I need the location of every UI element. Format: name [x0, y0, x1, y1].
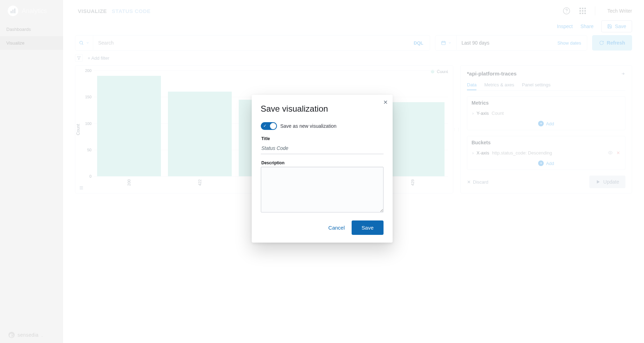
delete-icon[interactable]: ✕ — [616, 150, 620, 156]
add-metric-button[interactable]: + Add — [472, 118, 621, 126]
brand-logo-icon — [8, 6, 18, 16]
cancel-button[interactable]: Cancel — [328, 225, 345, 231]
filter-menu-icon[interactable] — [75, 54, 83, 62]
chart-ylabel: Count — [76, 124, 81, 135]
chevron-down-icon — [448, 41, 452, 45]
svg-marker-11 — [77, 57, 81, 60]
chevron-right-icon: › — [472, 111, 474, 116]
add-metric-label: Add — [546, 121, 554, 126]
help-icon[interactable] — [563, 7, 570, 15]
calendar-icon — [441, 40, 446, 45]
header: VISUALIZE STATUS CODE Tech Writer — [63, 0, 644, 15]
xtick: 429 — [411, 147, 415, 218]
save-as-new-row: ✓ Save as new visualization — [261, 122, 384, 130]
check-icon: ✓ — [263, 124, 266, 128]
svg-rect-7 — [441, 41, 445, 45]
save-visualization-modal: ✕ Save visualization ✓ Save as new visua… — [252, 95, 393, 243]
chart-menu-icon[interactable] — [79, 185, 84, 190]
search-options-icon — [79, 40, 84, 45]
search-group: DQL — [75, 35, 430, 51]
close-icon: ✕ — [467, 179, 471, 185]
breadcrumb: VISUALIZE STATUS CODE — [78, 8, 151, 14]
sidebar: Analytics Dashboards Visualize ◐ sensedi… — [0, 0, 63, 343]
chevron-down-icon — [86, 41, 89, 45]
tab-metrics-axes[interactable]: Metrics & axes — [484, 80, 514, 90]
apps-grid-icon[interactable] — [579, 7, 587, 15]
title-input[interactable] — [261, 143, 384, 154]
xaxis-label: X-axis — [476, 150, 489, 156]
config-panel: *api-platform-traces Data Metrics & axes… — [460, 65, 632, 193]
search-options-button[interactable] — [75, 35, 93, 50]
footer-brand-label: sensedia — [18, 332, 39, 338]
xtick: 422 — [198, 147, 202, 218]
filter-row: + Add filter — [63, 51, 644, 63]
svg-rect-2 — [14, 8, 15, 13]
play-icon — [596, 179, 601, 184]
query-bar: DQL Last 90 days Show dates Refresh — [63, 35, 644, 51]
collapse-icon[interactable] — [621, 71, 625, 76]
title-field-label: Title — [262, 136, 384, 141]
date-group: Last 90 days Show dates — [435, 35, 587, 51]
breadcrumb-level1[interactable]: VISUALIZE — [78, 8, 107, 14]
date-picker-button[interactable] — [441, 35, 457, 50]
config-tabs: Data Metrics & axes Panel settings — [467, 80, 625, 91]
footer-brand: ◐ sensedia. — [8, 332, 43, 338]
save-button[interactable]: Save — [601, 20, 632, 32]
add-bucket-label: Add — [546, 161, 554, 166]
save-button-label: Save — [615, 24, 626, 29]
description-input[interactable] — [261, 167, 384, 212]
chevron-right-icon: › — [472, 150, 474, 156]
svg-point-16 — [610, 152, 611, 153]
modal-actions: Cancel Save — [261, 220, 384, 235]
refresh-button[interactable]: Refresh — [592, 35, 632, 51]
svg-rect-1 — [13, 9, 14, 13]
divider — [595, 6, 595, 15]
visibility-icon[interactable] — [608, 150, 613, 156]
date-range-label[interactable]: Last 90 days — [462, 40, 489, 46]
svg-rect-0 — [11, 11, 12, 13]
update-button[interactable]: Update — [589, 176, 625, 188]
dql-toggle[interactable]: DQL — [407, 40, 429, 46]
discard-button[interactable]: ✕ Discard — [467, 179, 488, 185]
buckets-heading: Buckets — [472, 140, 621, 145]
action-row: Inspect Share Save — [63, 15, 644, 35]
description-field-label: Description — [262, 160, 384, 165]
confirm-save-button[interactable]: Save — [352, 220, 383, 235]
xaxis-row[interactable]: › X-axis http.status_code: Descending ✕ — [472, 148, 621, 158]
save-icon — [607, 24, 612, 29]
sensedia-logo-icon: ◐ — [8, 332, 15, 338]
sidebar-item-dashboards[interactable]: Dashboards — [0, 22, 63, 36]
svg-point-4 — [567, 12, 567, 13]
tab-data[interactable]: Data — [467, 80, 476, 90]
header-right: Tech Writer — [563, 6, 632, 15]
save-as-new-toggle[interactable]: ✓ — [261, 122, 277, 130]
save-as-new-label: Save as new visualization — [280, 123, 337, 129]
inspect-button[interactable]: Inspect — [557, 24, 573, 29]
refresh-icon — [599, 40, 604, 45]
add-filter-button[interactable]: + Add filter — [88, 55, 109, 61]
breadcrumb-level2: STATUS CODE — [112, 8, 151, 14]
plus-icon: + — [538, 160, 544, 166]
yaxis-row[interactable]: › Y-axis Count — [472, 108, 621, 118]
svg-line-6 — [82, 44, 83, 45]
search-input[interactable] — [93, 40, 407, 46]
refresh-label: Refresh — [607, 40, 625, 46]
sidebar-item-visualize[interactable]: Visualize — [0, 36, 63, 50]
tab-panel-settings[interactable]: Panel settings — [522, 80, 551, 90]
share-button[interactable]: Share — [581, 24, 594, 29]
user-name[interactable]: Tech Writer — [607, 8, 632, 14]
ytick: 0 — [83, 174, 91, 178]
config-actions: ✕ Discard Update — [467, 173, 625, 188]
plus-icon: + — [538, 121, 544, 126]
add-bucket-button[interactable]: + Add — [472, 158, 621, 166]
show-dates-link[interactable]: Show dates — [557, 40, 581, 46]
config-title: *api-platform-traces — [467, 71, 517, 77]
close-icon[interactable]: ✕ — [383, 99, 388, 106]
ytick: 200 — [83, 68, 91, 73]
xtick: 200 — [127, 147, 131, 218]
metrics-heading: Metrics — [472, 100, 621, 106]
ytick: 100 — [83, 121, 91, 126]
resize-handle[interactable]: ⋮⋮ — [453, 65, 460, 193]
xaxis-value: http.status_code: Descending — [492, 150, 552, 156]
update-label: Update — [603, 179, 619, 185]
